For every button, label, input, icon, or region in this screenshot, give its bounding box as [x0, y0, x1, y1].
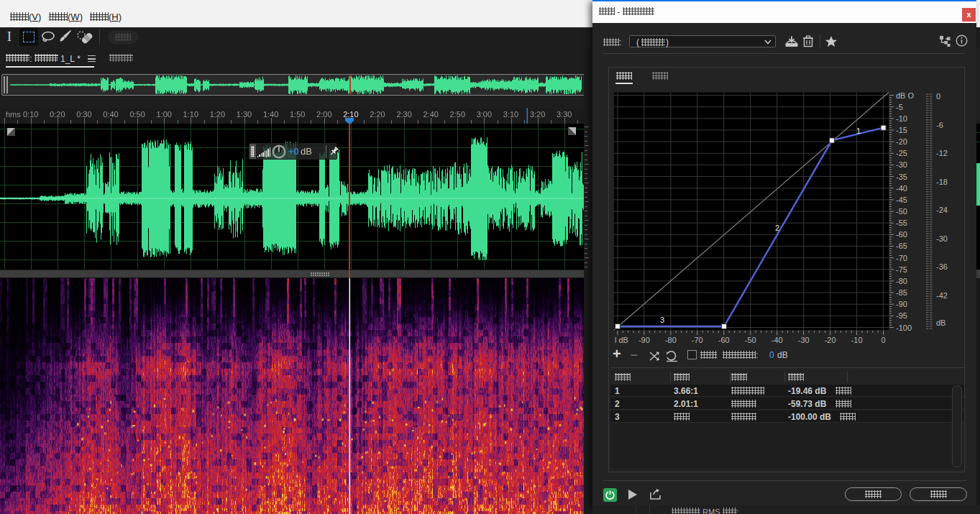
svg-text:-90: -90 — [896, 300, 907, 308]
svg-text:-50: -50 — [896, 207, 907, 216]
svg-text:-35: -35 — [896, 173, 907, 181]
svg-text:-80: -80 — [665, 336, 677, 344]
svg-text:-5: -5 — [896, 103, 903, 111]
svg-text:-70: -70 — [896, 254, 907, 262]
svg-text:-100: -100 — [896, 323, 912, 332]
svg-text:1: 1 — [856, 127, 861, 135]
svg-text:-80: -80 — [896, 277, 907, 285]
svg-text:-85: -85 — [896, 288, 907, 297]
svg-text:l dB: l dB — [615, 336, 628, 344]
svg-text:-40: -40 — [896, 184, 907, 193]
svg-text:-60: -60 — [718, 336, 730, 344]
svg-text:-15: -15 — [896, 126, 907, 134]
svg-text:-30: -30 — [936, 234, 948, 243]
svg-text:-42: -42 — [936, 291, 948, 300]
svg-text:-36: -36 — [936, 262, 948, 271]
svg-text:-24: -24 — [936, 206, 948, 214]
svg-text:-25: -25 — [896, 149, 907, 157]
svg-text:0: 0 — [881, 336, 886, 344]
svg-text:-20: -20 — [825, 336, 836, 344]
svg-text:-95: -95 — [896, 311, 907, 320]
svg-text:-90: -90 — [638, 336, 650, 344]
svg-text:-45: -45 — [896, 196, 907, 204]
svg-text:-20: -20 — [896, 137, 907, 146]
svg-text:0: 0 — [936, 92, 940, 101]
svg-text:-10: -10 — [896, 114, 907, 123]
svg-text:-75: -75 — [896, 265, 907, 274]
svg-text:-6: -6 — [936, 121, 943, 129]
svg-text:-60: -60 — [896, 230, 907, 239]
svg-text:dB O: dB O — [896, 91, 915, 100]
svg-text:-18: -18 — [936, 178, 948, 186]
svg-text:-30: -30 — [798, 336, 810, 344]
svg-text:-10: -10 — [851, 336, 863, 344]
svg-text:-50: -50 — [745, 336, 756, 344]
svg-text:3: 3 — [660, 316, 664, 324]
svg-text:-65: -65 — [896, 242, 907, 250]
svg-text:-40: -40 — [771, 336, 783, 344]
svg-text:-30: -30 — [896, 160, 907, 169]
svg-text:-70: -70 — [692, 336, 703, 344]
svg-text:2: 2 — [775, 224, 779, 232]
svg-text:-12: -12 — [936, 149, 948, 157]
svg-text:-55: -55 — [896, 219, 907, 227]
svg-text:dB: dB — [936, 318, 945, 327]
